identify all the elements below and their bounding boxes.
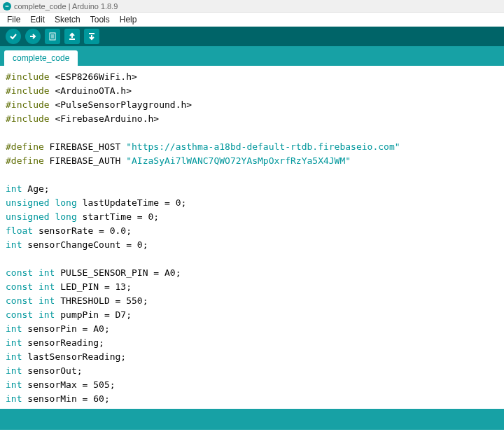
- code-type: const int: [6, 309, 55, 320]
- window-titlebar: ∞ complete_code | Arduino 1.8.9: [0, 0, 504, 13]
- code-text: THRESHOLD = 550;: [55, 295, 148, 306]
- menu-sketch[interactable]: Sketch: [50, 13, 85, 26]
- menu-bar: File Edit Sketch Tools Help: [0, 13, 504, 27]
- arduino-app-icon: ∞: [3, 2, 11, 10]
- open-button[interactable]: [64, 29, 80, 44]
- code-text: pumpPin = D7;: [55, 309, 132, 320]
- code-type: unsigned long: [6, 211, 77, 222]
- code-keyword: #define: [6, 155, 44, 166]
- code-text: startTime = 0;: [77, 211, 159, 222]
- menu-tools[interactable]: Tools: [86, 13, 114, 26]
- window-title: complete_code | Arduino 1.8.9: [14, 2, 118, 10]
- new-button[interactable]: [45, 29, 60, 44]
- code-text: lastUpdateTime = 0;: [77, 197, 187, 208]
- code-string: "https://asthma-a18bd-default-rtdb.fireb…: [126, 141, 400, 152]
- tab-strip: complete_code: [0, 46, 504, 66]
- code-type: const int: [6, 267, 55, 278]
- code-type: const int: [6, 295, 55, 306]
- code-keyword: #include: [6, 99, 50, 110]
- code-type: float: [6, 225, 33, 236]
- code-type: int: [6, 351, 22, 362]
- code-type: int: [6, 239, 22, 250]
- menu-edit[interactable]: Edit: [26, 13, 49, 26]
- code-type: int: [6, 365, 22, 376]
- code-editor[interactable]: #include <ESP8266WiFi.h> #include <Ardui…: [0, 66, 504, 409]
- code-string: "AIzaSyAi7lWANC7QWO72YAsMpOxrfRzYa5X4JWM…: [126, 155, 351, 166]
- code-text: <FirebaseArduino.h>: [50, 113, 160, 124]
- code-text: FIREBASE_HOST: [44, 141, 126, 152]
- code-type: unsigned long: [6, 197, 77, 208]
- code-keyword: #include: [6, 85, 50, 96]
- code-text: <ESP8266WiFi.h>: [50, 71, 137, 82]
- verify-button[interactable]: [6, 29, 21, 44]
- code-type: int: [6, 379, 22, 390]
- code-text: sensorRate = 0.0;: [33, 225, 132, 236]
- code-text: PULSE_SENSOR_PIN = A0;: [55, 267, 181, 278]
- code-text: <ArduinoOTA.h>: [50, 85, 132, 96]
- menu-help[interactable]: Help: [115, 13, 141, 26]
- code-text: lastSensorReading;: [22, 351, 126, 362]
- status-bar: [0, 409, 504, 430]
- upload-button[interactable]: [25, 29, 41, 44]
- code-text: sensorPin = A0;: [22, 323, 109, 334]
- code-type: int: [6, 183, 22, 194]
- toolbar: [0, 27, 504, 46]
- code-text: sensorReading;: [22, 337, 104, 348]
- code-keyword: #include: [6, 71, 50, 82]
- code-text: FIREBASE_AUTH: [44, 155, 126, 166]
- menu-file[interactable]: File: [3, 13, 24, 26]
- code-type: int: [6, 323, 22, 334]
- code-text: sensorMax = 505;: [22, 379, 115, 390]
- code-type: int: [6, 337, 22, 348]
- code-keyword: #include: [6, 113, 50, 124]
- tab-complete-code[interactable]: complete_code: [4, 50, 78, 66]
- code-text: sensorChangeCount = 0;: [22, 239, 148, 250]
- code-type: int: [6, 393, 22, 404]
- save-button[interactable]: [84, 29, 99, 44]
- code-text: LED_PIN = 13;: [55, 281, 132, 292]
- code-text: Age;: [22, 183, 49, 194]
- code-type: const int: [6, 281, 55, 292]
- code-keyword: #define: [6, 141, 44, 152]
- code-text: sensorMin = 60;: [22, 393, 109, 404]
- code-text: sensorOut;: [22, 365, 82, 376]
- code-text: <PulseSensorPlayground.h>: [50, 99, 192, 110]
